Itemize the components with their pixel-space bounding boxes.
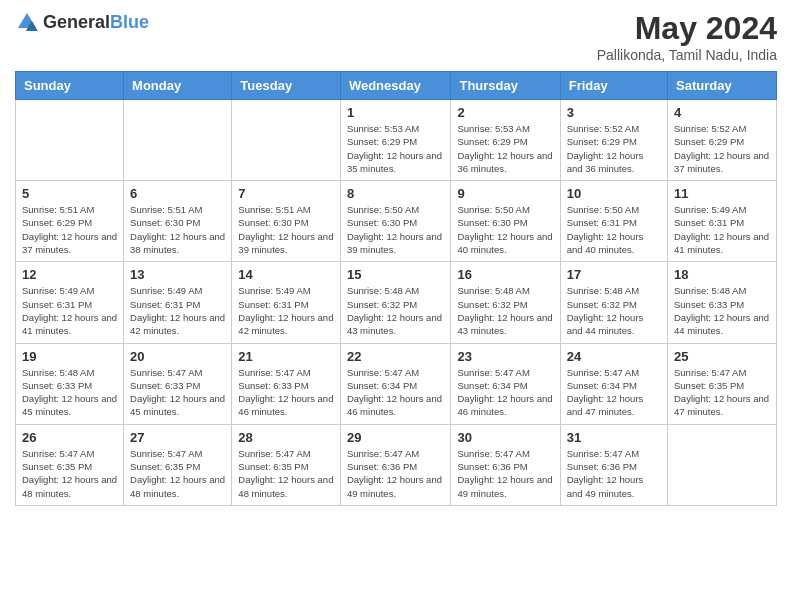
day-cell: 3Sunrise: 5:52 AMSunset: 6:29 PMDaylight…	[560, 100, 667, 181]
day-cell	[232, 100, 341, 181]
day-cell: 20Sunrise: 5:47 AMSunset: 6:33 PMDayligh…	[124, 343, 232, 424]
day-info: Sunrise: 5:49 AMSunset: 6:31 PMDaylight:…	[130, 284, 225, 337]
day-cell: 4Sunrise: 5:52 AMSunset: 6:29 PMDaylight…	[668, 100, 777, 181]
day-number: 3	[567, 105, 661, 120]
column-header-monday: Monday	[124, 72, 232, 100]
day-info: Sunrise: 5:51 AMSunset: 6:30 PMDaylight:…	[238, 203, 334, 256]
day-cell: 30Sunrise: 5:47 AMSunset: 6:36 PMDayligh…	[451, 424, 560, 505]
day-cell	[668, 424, 777, 505]
day-cell: 7Sunrise: 5:51 AMSunset: 6:30 PMDaylight…	[232, 181, 341, 262]
day-cell: 9Sunrise: 5:50 AMSunset: 6:30 PMDaylight…	[451, 181, 560, 262]
day-number: 29	[347, 430, 445, 445]
day-cell: 18Sunrise: 5:48 AMSunset: 6:33 PMDayligh…	[668, 262, 777, 343]
day-info: Sunrise: 5:47 AMSunset: 6:36 PMDaylight:…	[567, 447, 661, 500]
day-number: 6	[130, 186, 225, 201]
day-info: Sunrise: 5:52 AMSunset: 6:29 PMDaylight:…	[567, 122, 661, 175]
day-number: 19	[22, 349, 117, 364]
day-info: Sunrise: 5:47 AMSunset: 6:34 PMDaylight:…	[347, 366, 445, 419]
day-cell: 12Sunrise: 5:49 AMSunset: 6:31 PMDayligh…	[16, 262, 124, 343]
day-number: 13	[130, 267, 225, 282]
day-info: Sunrise: 5:48 AMSunset: 6:32 PMDaylight:…	[457, 284, 553, 337]
day-number: 14	[238, 267, 334, 282]
day-info: Sunrise: 5:53 AMSunset: 6:29 PMDaylight:…	[457, 122, 553, 175]
day-info: Sunrise: 5:48 AMSunset: 6:32 PMDaylight:…	[567, 284, 661, 337]
week-row-1: 1Sunrise: 5:53 AMSunset: 6:29 PMDaylight…	[16, 100, 777, 181]
column-header-thursday: Thursday	[451, 72, 560, 100]
day-cell: 21Sunrise: 5:47 AMSunset: 6:33 PMDayligh…	[232, 343, 341, 424]
week-row-5: 26Sunrise: 5:47 AMSunset: 6:35 PMDayligh…	[16, 424, 777, 505]
day-cell: 15Sunrise: 5:48 AMSunset: 6:32 PMDayligh…	[340, 262, 451, 343]
title-area: May 2024 Pallikonda, Tamil Nadu, India	[597, 10, 777, 63]
day-info: Sunrise: 5:47 AMSunset: 6:35 PMDaylight:…	[22, 447, 117, 500]
logo-blue-text: Blue	[110, 12, 149, 32]
day-number: 12	[22, 267, 117, 282]
column-header-sunday: Sunday	[16, 72, 124, 100]
day-number: 16	[457, 267, 553, 282]
day-cell: 29Sunrise: 5:47 AMSunset: 6:36 PMDayligh…	[340, 424, 451, 505]
day-number: 24	[567, 349, 661, 364]
day-info: Sunrise: 5:47 AMSunset: 6:34 PMDaylight:…	[567, 366, 661, 419]
day-cell: 22Sunrise: 5:47 AMSunset: 6:34 PMDayligh…	[340, 343, 451, 424]
month-title: May 2024	[597, 10, 777, 47]
day-number: 26	[22, 430, 117, 445]
day-cell: 26Sunrise: 5:47 AMSunset: 6:35 PMDayligh…	[16, 424, 124, 505]
day-info: Sunrise: 5:48 AMSunset: 6:33 PMDaylight:…	[22, 366, 117, 419]
day-cell: 16Sunrise: 5:48 AMSunset: 6:32 PMDayligh…	[451, 262, 560, 343]
day-cell: 28Sunrise: 5:47 AMSunset: 6:35 PMDayligh…	[232, 424, 341, 505]
day-cell: 10Sunrise: 5:50 AMSunset: 6:31 PMDayligh…	[560, 181, 667, 262]
day-info: Sunrise: 5:49 AMSunset: 6:31 PMDaylight:…	[674, 203, 770, 256]
day-number: 15	[347, 267, 445, 282]
day-cell: 24Sunrise: 5:47 AMSunset: 6:34 PMDayligh…	[560, 343, 667, 424]
day-number: 5	[22, 186, 117, 201]
day-cell: 19Sunrise: 5:48 AMSunset: 6:33 PMDayligh…	[16, 343, 124, 424]
day-info: Sunrise: 5:50 AMSunset: 6:30 PMDaylight:…	[347, 203, 445, 256]
page-header: GeneralBlue May 2024 Pallikonda, Tamil N…	[15, 10, 777, 63]
day-info: Sunrise: 5:53 AMSunset: 6:29 PMDaylight:…	[347, 122, 445, 175]
day-info: Sunrise: 5:52 AMSunset: 6:29 PMDaylight:…	[674, 122, 770, 175]
day-number: 1	[347, 105, 445, 120]
logo-general-text: General	[43, 12, 110, 32]
day-number: 2	[457, 105, 553, 120]
column-header-saturday: Saturday	[668, 72, 777, 100]
day-info: Sunrise: 5:47 AMSunset: 6:33 PMDaylight:…	[130, 366, 225, 419]
day-number: 22	[347, 349, 445, 364]
day-info: Sunrise: 5:47 AMSunset: 6:35 PMDaylight:…	[238, 447, 334, 500]
day-info: Sunrise: 5:49 AMSunset: 6:31 PMDaylight:…	[238, 284, 334, 337]
day-cell: 23Sunrise: 5:47 AMSunset: 6:34 PMDayligh…	[451, 343, 560, 424]
day-info: Sunrise: 5:47 AMSunset: 6:35 PMDaylight:…	[674, 366, 770, 419]
day-info: Sunrise: 5:47 AMSunset: 6:34 PMDaylight:…	[457, 366, 553, 419]
day-info: Sunrise: 5:50 AMSunset: 6:31 PMDaylight:…	[567, 203, 661, 256]
day-info: Sunrise: 5:47 AMSunset: 6:35 PMDaylight:…	[130, 447, 225, 500]
day-number: 25	[674, 349, 770, 364]
day-cell: 5Sunrise: 5:51 AMSunset: 6:29 PMDaylight…	[16, 181, 124, 262]
day-cell: 25Sunrise: 5:47 AMSunset: 6:35 PMDayligh…	[668, 343, 777, 424]
day-number: 31	[567, 430, 661, 445]
day-cell: 31Sunrise: 5:47 AMSunset: 6:36 PMDayligh…	[560, 424, 667, 505]
column-header-wednesday: Wednesday	[340, 72, 451, 100]
day-cell: 14Sunrise: 5:49 AMSunset: 6:31 PMDayligh…	[232, 262, 341, 343]
day-cell: 27Sunrise: 5:47 AMSunset: 6:35 PMDayligh…	[124, 424, 232, 505]
day-cell: 2Sunrise: 5:53 AMSunset: 6:29 PMDaylight…	[451, 100, 560, 181]
week-row-3: 12Sunrise: 5:49 AMSunset: 6:31 PMDayligh…	[16, 262, 777, 343]
day-number: 8	[347, 186, 445, 201]
day-number: 10	[567, 186, 661, 201]
day-info: Sunrise: 5:51 AMSunset: 6:30 PMDaylight:…	[130, 203, 225, 256]
day-number: 18	[674, 267, 770, 282]
day-number: 23	[457, 349, 553, 364]
day-info: Sunrise: 5:47 AMSunset: 6:36 PMDaylight:…	[347, 447, 445, 500]
location-subtitle: Pallikonda, Tamil Nadu, India	[597, 47, 777, 63]
day-info: Sunrise: 5:47 AMSunset: 6:33 PMDaylight:…	[238, 366, 334, 419]
day-cell: 11Sunrise: 5:49 AMSunset: 6:31 PMDayligh…	[668, 181, 777, 262]
day-cell: 8Sunrise: 5:50 AMSunset: 6:30 PMDaylight…	[340, 181, 451, 262]
column-header-friday: Friday	[560, 72, 667, 100]
day-info: Sunrise: 5:51 AMSunset: 6:29 PMDaylight:…	[22, 203, 117, 256]
calendar-table: SundayMondayTuesdayWednesdayThursdayFrid…	[15, 71, 777, 506]
day-info: Sunrise: 5:50 AMSunset: 6:30 PMDaylight:…	[457, 203, 553, 256]
day-number: 11	[674, 186, 770, 201]
logo-icon	[15, 10, 39, 34]
day-cell: 13Sunrise: 5:49 AMSunset: 6:31 PMDayligh…	[124, 262, 232, 343]
day-cell	[124, 100, 232, 181]
day-number: 20	[130, 349, 225, 364]
day-number: 17	[567, 267, 661, 282]
column-header-tuesday: Tuesday	[232, 72, 341, 100]
